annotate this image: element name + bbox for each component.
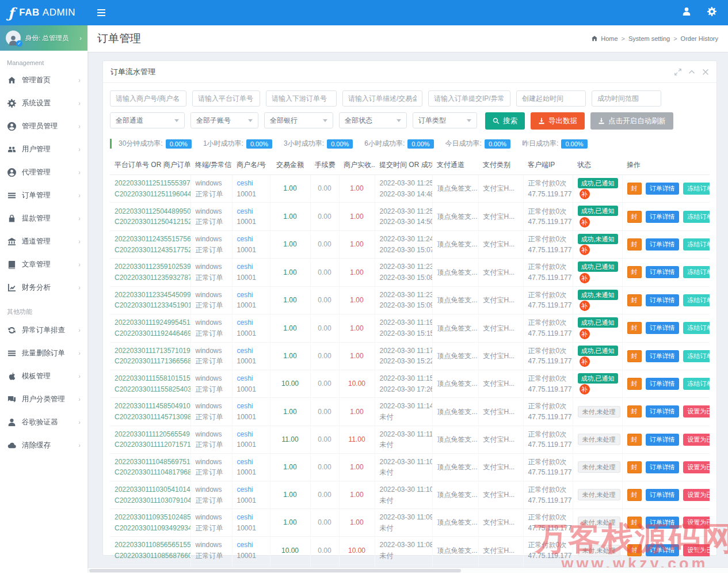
patch-notify-button[interactable]: 补 xyxy=(580,384,590,394)
breadcrumb-order-history[interactable]: Order History xyxy=(681,35,718,42)
order-detail-button[interactable]: 订单详情 xyxy=(646,322,679,334)
seal-button[interactable]: 封 xyxy=(627,378,642,390)
set-paid-button[interactable]: 设置为已支付 xyxy=(683,489,710,501)
merchant-name-link[interactable]: ceshi xyxy=(237,402,253,410)
sidebar-item-system-settings[interactable]: 系统设置 › xyxy=(0,92,87,115)
seal-button[interactable]: 封 xyxy=(627,350,642,362)
brand-logo[interactable]: ƒ FAB ADMIN xyxy=(0,0,87,25)
freeze-order-button[interactable]: 冻结订单 xyxy=(683,211,710,223)
patch-notify-button[interactable]: 补 xyxy=(580,356,590,367)
status-select[interactable]: 全部状态 xyxy=(339,112,407,128)
seal-button[interactable]: 封 xyxy=(627,211,642,223)
settings-gear-icon[interactable] xyxy=(707,7,716,18)
merchant-name-link[interactable]: ceshi xyxy=(237,207,253,215)
merchant-name-link[interactable]: ceshi xyxy=(237,291,253,299)
set-paid-button[interactable]: 设置为已支付 xyxy=(683,544,710,556)
search-button[interactable]: 搜索 xyxy=(485,112,525,130)
seal-button[interactable]: 封 xyxy=(627,322,642,334)
channel-select[interactable]: 全部通道 xyxy=(110,112,185,128)
freeze-order-button[interactable]: 冻结订单 xyxy=(683,378,710,390)
order-detail-button[interactable]: 订单详情 xyxy=(646,544,679,556)
expand-icon[interactable] xyxy=(674,69,681,75)
success-time-range-input[interactable] xyxy=(592,90,661,107)
order-detail-button[interactable]: 订单详情 xyxy=(646,378,679,390)
seal-button[interactable]: 封 xyxy=(627,434,642,446)
patch-notify-button[interactable]: 补 xyxy=(580,301,590,311)
sidebar-user-panel[interactable]: ✓ 身份: 总管理员 › xyxy=(0,25,87,51)
merchant-name-link[interactable]: ceshi xyxy=(237,430,253,438)
patch-notify-button[interactable]: 补 xyxy=(580,217,590,227)
breadcrumb-system-setting[interactable]: System setting xyxy=(628,35,670,42)
order-detail-button[interactable]: 订单详情 xyxy=(646,517,679,529)
order-detail-button[interactable]: 订单详情 xyxy=(646,211,679,223)
order-detail-button[interactable]: 订单详情 xyxy=(646,266,679,278)
seal-button[interactable]: 封 xyxy=(627,544,642,556)
sidebar-item-agent-management[interactable]: 代理管理 › xyxy=(0,161,87,184)
scrollbar-thumb[interactable] xyxy=(89,569,461,572)
seal-button[interactable]: 封 xyxy=(627,294,642,306)
sub-account-select[interactable]: 全部子账号 xyxy=(190,112,258,128)
order-desc-amount-input[interactable] xyxy=(342,90,422,107)
sidebar-item-template-management[interactable]: 模板管理 › xyxy=(0,365,87,388)
seal-button[interactable]: 封 xyxy=(627,238,642,251)
order-detail-button[interactable]: 订单详情 xyxy=(646,405,679,418)
sidebar-item-withdraw-management[interactable]: 提款管理 › xyxy=(0,207,87,230)
sidebar-item-dashboard[interactable]: 管理首页 › xyxy=(0,69,87,92)
export-data-button[interactable]: 导出数据 xyxy=(531,112,585,130)
sidebar-item-batch-delete-orders[interactable]: 批量删除订单 › xyxy=(0,341,87,365)
platform-order-no-input[interactable] xyxy=(192,90,260,107)
seal-button[interactable]: 封 xyxy=(627,405,642,418)
merchant-name-link[interactable]: ceshi xyxy=(237,513,253,521)
horizontal-scrollbar[interactable] xyxy=(87,567,728,573)
merchant-name-link[interactable]: ceshi xyxy=(237,541,253,549)
downstream-order-no-input[interactable] xyxy=(266,90,337,107)
collapse-icon[interactable] xyxy=(688,69,695,75)
freeze-order-button[interactable]: 冻结订单 xyxy=(683,322,710,334)
order-type-select[interactable]: 订单类型 xyxy=(413,112,477,128)
freeze-order-button[interactable]: 冻结订单 xyxy=(683,350,710,362)
order-detail-button[interactable]: 订单详情 xyxy=(646,434,679,446)
sidebar-item-clear-cache[interactable]: 清除缓存 › xyxy=(0,434,87,457)
seal-button[interactable]: 封 xyxy=(627,517,642,529)
sidebar-item-user-category-management[interactable]: 用户分类管理 › xyxy=(0,388,87,411)
patch-notify-button[interactable]: 补 xyxy=(580,189,590,199)
set-paid-button[interactable]: 设置为已支付 xyxy=(683,461,710,473)
submit-ip-input[interactable] xyxy=(428,90,510,107)
order-detail-button[interactable]: 订单详情 xyxy=(646,294,679,306)
sidebar-toggle-icon[interactable] xyxy=(97,9,105,16)
merchant-input[interactable] xyxy=(110,90,186,107)
patch-notify-button[interactable]: 补 xyxy=(580,273,590,283)
patch-notify-button[interactable]: 补 xyxy=(580,329,590,339)
seal-button[interactable]: 封 xyxy=(627,461,642,473)
order-detail-button[interactable]: 订单详情 xyxy=(646,183,679,195)
merchant-name-link[interactable]: ceshi xyxy=(237,318,253,327)
order-detail-button[interactable]: 订单详情 xyxy=(646,238,679,251)
merchant-name-link[interactable]: ceshi xyxy=(237,235,253,243)
merchant-name-link[interactable]: ceshi xyxy=(237,485,253,494)
set-paid-button[interactable]: 设置为已支付 xyxy=(683,434,710,446)
bank-select[interactable]: 全部银行 xyxy=(264,112,333,128)
freeze-order-button[interactable]: 冻结订单 xyxy=(683,183,710,195)
sidebar-item-admin-management[interactable]: 管理员管理 › xyxy=(0,115,87,138)
sidebar-item-google-authenticator[interactable]: 谷歌验证器 › xyxy=(0,411,87,434)
seal-button[interactable]: 封 xyxy=(627,489,642,501)
breadcrumb-home[interactable]: Home xyxy=(601,35,618,42)
freeze-order-button[interactable]: 冻结订单 xyxy=(683,238,710,251)
create-start-time-input[interactable] xyxy=(516,90,586,107)
sidebar-item-user-management[interactable]: 用户管理 › xyxy=(0,138,87,161)
set-paid-button[interactable]: 设置为已支付 xyxy=(683,405,710,418)
seal-button[interactable]: 封 xyxy=(627,266,642,278)
sidebar-item-finance-analysis[interactable]: 财务分析 › xyxy=(0,276,87,299)
order-detail-button[interactable]: 订单详情 xyxy=(646,350,679,362)
order-detail-button[interactable]: 订单详情 xyxy=(646,489,679,501)
freeze-order-button[interactable]: 冻结订单 xyxy=(683,266,710,278)
set-paid-button[interactable]: 设置为已支付 xyxy=(683,517,710,529)
order-detail-button[interactable]: 订单详情 xyxy=(646,461,679,473)
auto-refresh-button[interactable]: 点击开启自动刷新 xyxy=(590,112,673,130)
merchant-name-link[interactable]: ceshi xyxy=(237,263,253,271)
seal-button[interactable]: 封 xyxy=(627,183,642,195)
sidebar-item-channel-management[interactable]: 通道管理 › xyxy=(0,230,87,253)
merchant-name-link[interactable]: ceshi xyxy=(237,347,253,355)
sidebar-item-article-management[interactable]: 文章管理 › xyxy=(0,253,87,276)
sidebar-item-order-management[interactable]: 订单管理 › xyxy=(0,184,87,207)
